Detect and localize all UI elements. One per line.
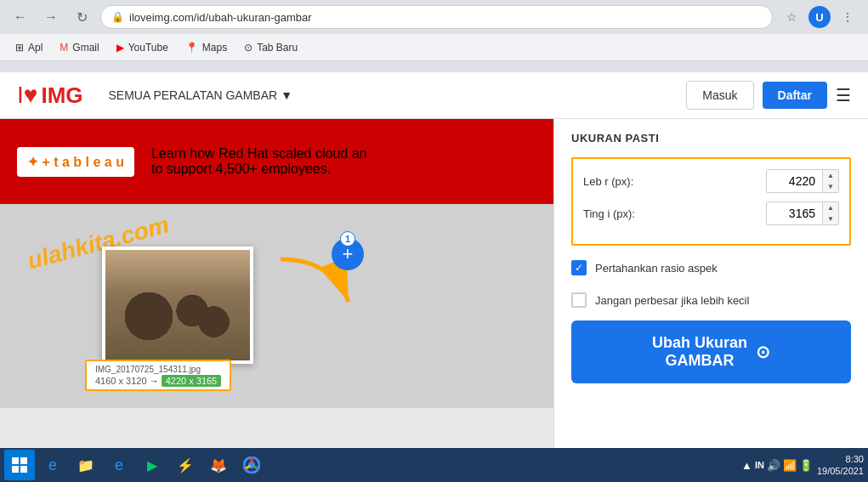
height-row: Ting i (px): ▲ ▼ bbox=[583, 201, 839, 225]
svg-rect-3 bbox=[12, 466, 19, 473]
aspect-ratio-row: ✓ Pertahankan rasio aspek bbox=[571, 256, 851, 280]
ad-line2: to support 4,500+ employees. bbox=[151, 162, 367, 177]
bookmark-gmail-label: Gmail bbox=[72, 42, 99, 54]
folder-icon: 📁 bbox=[77, 457, 94, 473]
aspect-ratio-checkbox[interactable]: ✓ bbox=[571, 260, 587, 275]
width-row: Leb r (px): ▲ ▼ bbox=[583, 169, 839, 193]
width-input[interactable] bbox=[767, 170, 822, 192]
height-spinners: ▲ ▼ bbox=[822, 202, 838, 224]
url-text: iloveimg.com/id/ubah-ukuran-gambar bbox=[129, 11, 312, 24]
bookmark-star-button[interactable]: ☆ bbox=[780, 5, 803, 29]
taskbar-clock: 8:30 19/05/2021 bbox=[817, 453, 864, 478]
language-badge: IN bbox=[755, 460, 764, 470]
svg-line-8 bbox=[253, 466, 258, 468]
taskbar-folder-button[interactable]: 📁 bbox=[71, 451, 101, 479]
width-increment-button[interactable]: ▲ bbox=[823, 170, 838, 181]
add-image-button[interactable]: 1 + bbox=[332, 238, 364, 270]
bookmark-newtab[interactable]: ⊙ Tab Baru bbox=[237, 38, 304, 57]
apps-icon: ⊞ bbox=[15, 42, 24, 54]
taskbar-chrome-button[interactable] bbox=[236, 451, 267, 479]
height-input[interactable] bbox=[767, 202, 822, 224]
width-input-field: ▲ ▼ bbox=[766, 169, 839, 193]
clock-time: 8:30 bbox=[817, 453, 864, 465]
menu-button[interactable]: ⋮ bbox=[836, 5, 859, 29]
lock-icon: 🔒 bbox=[111, 11, 124, 23]
ie-icon: e bbox=[48, 456, 57, 474]
svg-line-9 bbox=[246, 466, 251, 468]
taskbar-media-button[interactable]: ▶ bbox=[137, 451, 167, 479]
tray-icons: ▲ IN 🔊 📶 🔋 bbox=[741, 459, 813, 472]
address-bar[interactable]: 🔒 iloveimg.com/id/ubah-ukuran-gambar bbox=[100, 5, 773, 29]
taskbar-lightning-button[interactable]: ⚡ bbox=[170, 451, 201, 479]
lightning-icon: ⚡ bbox=[177, 457, 194, 473]
start-button[interactable] bbox=[4, 450, 35, 480]
add-btn-badge: 1 bbox=[340, 231, 355, 247]
no-enlarge-label: Jangan perbesar jika lebih kecil bbox=[595, 294, 749, 307]
taskbar-right: ▲ IN 🔊 📶 🔋 8:30 19/05/2021 bbox=[741, 453, 864, 478]
width-label: Leb r (px): bbox=[583, 175, 757, 188]
image-thumb-visual bbox=[105, 250, 250, 360]
logo-heart-icon: I♥ bbox=[17, 82, 37, 109]
right-panel: UKURAN PASTI Leb r (px): ▲ ▼ Ting bbox=[553, 119, 868, 448]
bookmark-youtube-label: YouTube bbox=[128, 42, 168, 54]
convert-btn-line2: GAMBAR bbox=[666, 352, 735, 369]
taskbar-ie2-button[interactable]: e bbox=[104, 451, 134, 479]
battery-icon: 🔋 bbox=[799, 459, 813, 472]
gmail-icon: M bbox=[60, 42, 68, 54]
ad-logo: ✦ + t a b l e a u bbox=[17, 147, 134, 177]
convert-arrow-icon: ⊙ bbox=[756, 342, 770, 362]
taskbar-ie-button[interactable]: e bbox=[37, 451, 68, 479]
size-new: 4220 x 3165 bbox=[162, 375, 222, 387]
newtab-icon: ⊙ bbox=[244, 42, 252, 54]
masuk-button[interactable]: Masuk bbox=[686, 81, 753, 110]
size-section: Leb r (px): ▲ ▼ Ting i (px): bbox=[571, 157, 851, 246]
image-thumbnail bbox=[102, 247, 253, 364]
nav-menu-label: SEMUA PERALATAN GAMBAR bbox=[109, 88, 278, 102]
ad-logo-cross-icon: ✦ bbox=[27, 155, 38, 169]
sound-icon[interactable]: 🔊 bbox=[767, 459, 780, 472]
aspect-ratio-label: Pertahankan rasio aspek bbox=[595, 262, 718, 275]
no-enlarge-row: Jangan perbesar jika lebih kecil bbox=[571, 288, 851, 312]
maps-icon: 📍 bbox=[185, 42, 198, 54]
convert-btn-text: Ubah Ukuran GAMBAR bbox=[652, 334, 747, 370]
hamburger-menu-icon[interactable]: ☰ bbox=[836, 85, 851, 105]
taskbar-firefox-button[interactable]: 🦊 bbox=[203, 451, 234, 479]
nav-menu-button[interactable]: SEMUA PERALATAN GAMBAR ▼ bbox=[109, 88, 293, 102]
logo-text: IMG bbox=[41, 82, 82, 109]
convert-btn-line1: Ubah Ukuran bbox=[652, 334, 747, 351]
firefox-icon: 🦊 bbox=[210, 457, 227, 473]
nav-menu-chevron-icon: ▼ bbox=[281, 88, 292, 102]
workspace-area: ulahkita.com IMG_20170725_154311.jpg 416… bbox=[0, 204, 553, 408]
height-decrement-button[interactable]: ▼ bbox=[823, 213, 838, 224]
bookmark-apps-label: Apl bbox=[28, 42, 43, 54]
bookmark-gmail[interactable]: M Gmail bbox=[53, 38, 105, 57]
bookmark-maps-label: Maps bbox=[202, 42, 227, 54]
chrome-icon bbox=[243, 456, 260, 473]
user-avatar[interactable]: U bbox=[808, 6, 831, 28]
daftar-button[interactable]: Daftar bbox=[763, 82, 827, 109]
show-hidden-icon[interactable]: ▲ bbox=[741, 459, 752, 472]
ad-logo-text: + t a b l e a u bbox=[42, 155, 123, 169]
media-icon: ▶ bbox=[147, 457, 157, 473]
bookmark-maps[interactable]: 📍 Maps bbox=[179, 38, 234, 57]
forward-button[interactable]: → bbox=[39, 5, 63, 29]
bookmark-newtab-label: Tab Baru bbox=[257, 42, 298, 54]
convert-button[interactable]: Ubah Ukuran GAMBAR ⊙ bbox=[571, 320, 851, 383]
bookmark-youtube[interactable]: ▶ YouTube bbox=[110, 38, 175, 57]
back-button[interactable]: ← bbox=[9, 5, 32, 29]
youtube-icon: ▶ bbox=[116, 42, 124, 54]
width-decrement-button[interactable]: ▼ bbox=[823, 181, 838, 192]
network-icon[interactable]: 📶 bbox=[783, 459, 797, 472]
no-enlarge-checkbox[interactable] bbox=[571, 292, 587, 308]
ad-text: Learn how Red Hat scaled cloud an to sup… bbox=[151, 146, 367, 177]
ad-line1: Learn how Red Hat scaled cloud an bbox=[151, 146, 367, 162]
svg-rect-1 bbox=[12, 457, 19, 464]
site-logo: I♥ IMG bbox=[17, 82, 83, 109]
refresh-button[interactable]: ↻ bbox=[70, 5, 94, 29]
clock-date: 19/05/2021 bbox=[817, 465, 864, 477]
height-increment-button[interactable]: ▲ bbox=[823, 202, 838, 213]
width-spinners: ▲ ▼ bbox=[822, 170, 838, 192]
section-title: UKURAN PASTI bbox=[571, 132, 851, 145]
image-thumb-inner bbox=[105, 250, 250, 360]
bookmark-apps[interactable]: ⊞ Apl bbox=[9, 38, 49, 57]
